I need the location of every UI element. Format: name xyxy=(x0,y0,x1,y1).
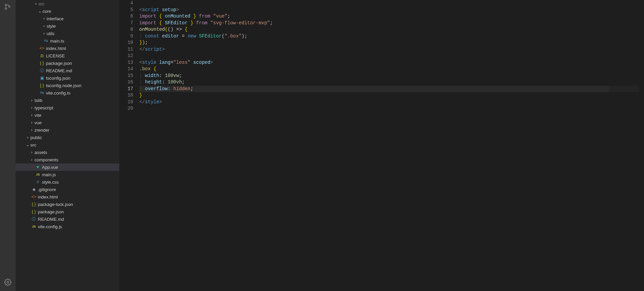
tree-item-label: main.js xyxy=(42,172,56,177)
code-line[interactable]: onMounted(() => { xyxy=(139,26,644,33)
folder-item[interactable]: ›components xyxy=(16,156,119,163)
line-number: 15 xyxy=(120,73,139,79)
file-item[interactable]: TSvite.config.ts xyxy=(16,89,119,97)
code-content[interactable]: <script setup>import { onMounted } from … xyxy=(139,0,644,291)
ident: onMounted xyxy=(165,14,191,19)
chevron-right-icon: › xyxy=(33,1,39,6)
code-line[interactable]: <style lang="less" scoped> xyxy=(139,59,644,66)
file-item[interactable]: { }package.json xyxy=(16,59,119,67)
folder-item[interactable]: ›style xyxy=(16,22,119,30)
chevron-right-icon: › xyxy=(29,150,34,155)
code-line[interactable]: } xyxy=(139,92,644,99)
tree-item-label: typescript xyxy=(34,105,53,110)
file-item[interactable]: #style.css xyxy=(16,178,119,186)
file-type-icon: TS xyxy=(39,91,45,95)
tree-item-label: vite.config.js xyxy=(38,224,62,229)
file-item[interactable]: ▼App.vue xyxy=(16,163,119,171)
kw: new xyxy=(188,33,196,39)
code-line[interactable]: import { onMounted } from "vue"; xyxy=(139,13,644,20)
chevron-right-icon: › xyxy=(41,16,47,21)
file-item[interactable]: JSvite.config.js xyxy=(16,223,119,230)
code-line[interactable]: import { SFEditor } from "svg-flow-edito… xyxy=(139,20,644,27)
file-item[interactable]: ◆.gitignore xyxy=(16,186,119,193)
folder-item[interactable]: ›src xyxy=(16,0,119,7)
tree-item-label: main.ts xyxy=(50,38,64,44)
str: "vue" xyxy=(213,14,228,19)
file-type-icon: # xyxy=(34,180,41,184)
code-line[interactable]: <script setup> xyxy=(139,7,644,14)
type: SFEditor xyxy=(199,33,222,39)
val: 100vw xyxy=(165,73,179,78)
file-item[interactable]: { }tsconfig.node.json xyxy=(16,82,119,89)
code-line[interactable] xyxy=(139,0,644,7)
file-item[interactable]: <>index.html xyxy=(16,193,119,201)
line-number: 4 xyxy=(120,0,139,7)
folder-item[interactable]: ⌄core xyxy=(16,7,119,15)
tree-item-label: package-lock.json xyxy=(38,202,73,207)
svg-point-2 xyxy=(8,6,10,7)
vertical-scrollbar[interactable] xyxy=(639,0,644,291)
file-item[interactable]: { }package.json xyxy=(16,208,119,215)
settings-gear-icon[interactable] xyxy=(4,278,12,286)
chevron-right-icon: › xyxy=(29,120,34,125)
file-type-icon: ⓘ xyxy=(30,216,37,222)
code-line[interactable]: </style> xyxy=(139,99,644,106)
folder-item[interactable]: ⌄src xyxy=(16,141,119,149)
file-item[interactable]: ▣tsconfig.json xyxy=(16,74,119,82)
str: "less" xyxy=(173,60,190,65)
editor-area[interactable]: 4567891011121314151617181920 <script set… xyxy=(120,0,644,291)
val: 100vh xyxy=(168,79,182,85)
tree-item-label: vite xyxy=(34,113,41,118)
file-item[interactable]: ⓘREADME.md xyxy=(16,215,119,223)
source-control-icon[interactable] xyxy=(4,3,12,11)
chevron-right-icon: › xyxy=(29,98,34,103)
chevron-right-icon: › xyxy=(25,135,30,140)
folder-item[interactable]: ›public xyxy=(16,134,119,141)
folder-item[interactable]: ›tslib xyxy=(16,97,119,104)
code-line[interactable]: </script> xyxy=(139,46,644,53)
file-type-icon: JS xyxy=(34,173,41,176)
folder-item[interactable]: ›vite xyxy=(16,111,119,119)
tree-item-label: App.vue xyxy=(42,165,58,170)
folder-item[interactable]: ›interface xyxy=(16,15,119,22)
chevron-right-icon: › xyxy=(29,128,34,132)
code-line[interactable] xyxy=(139,53,644,59)
file-item[interactable]: ⓘREADME.md xyxy=(16,67,119,74)
code-line[interactable]: }); xyxy=(139,39,644,46)
code-line[interactable]: │ overflow: hidden; xyxy=(139,86,644,92)
file-type-icon: JS xyxy=(30,225,37,228)
selector: .box xyxy=(139,66,151,72)
code-line[interactable] xyxy=(139,105,644,112)
code-line[interactable]: │ width: 100vw; xyxy=(139,73,644,79)
ident: editor xyxy=(162,33,179,39)
tree-item-label: interface xyxy=(47,16,64,21)
chevron-down-icon: ⌄ xyxy=(25,142,30,147)
file-type-icon: <> xyxy=(30,194,37,199)
code-line[interactable]: │ height: 100vh; xyxy=(139,79,644,86)
file-type-icon: TS xyxy=(43,39,49,43)
attr: setup xyxy=(162,7,176,12)
folder-item[interactable]: ›utils xyxy=(16,30,119,37)
file-item[interactable]: { }package-lock.json xyxy=(16,201,119,208)
file-item[interactable]: JSmain.js xyxy=(16,171,119,178)
svg-point-1 xyxy=(5,8,7,9)
code-line[interactable]: .box { xyxy=(139,66,644,73)
attr: lang xyxy=(159,60,171,65)
chevron-right-icon: › xyxy=(41,24,47,28)
minimap[interactable] xyxy=(609,0,639,291)
file-item[interactable]: ⚖LICENSE xyxy=(16,52,119,59)
folder-item[interactable]: ›typescript xyxy=(16,104,119,111)
code-line[interactable]: │ const editor = new SFEditor(".box"); xyxy=(139,33,644,40)
tree-item-label: tslib xyxy=(34,98,42,103)
folder-item[interactable]: ›zrender xyxy=(16,126,119,134)
prop: width xyxy=(145,73,159,78)
file-item[interactable]: TSmain.ts xyxy=(16,37,119,45)
folder-item[interactable]: ›assets xyxy=(16,149,119,156)
chevron-down-icon: ⌄ xyxy=(37,9,43,14)
prop: overflow xyxy=(145,86,168,91)
explorer-sidebar[interactable]: ›src⌄core›interface›style›utilsTSmain.ts… xyxy=(16,0,120,291)
file-item[interactable]: <>index.html xyxy=(16,45,119,52)
folder-item[interactable]: ›vue xyxy=(16,119,119,126)
line-number: 18 xyxy=(120,92,139,99)
tree-item-label: core xyxy=(43,9,51,14)
